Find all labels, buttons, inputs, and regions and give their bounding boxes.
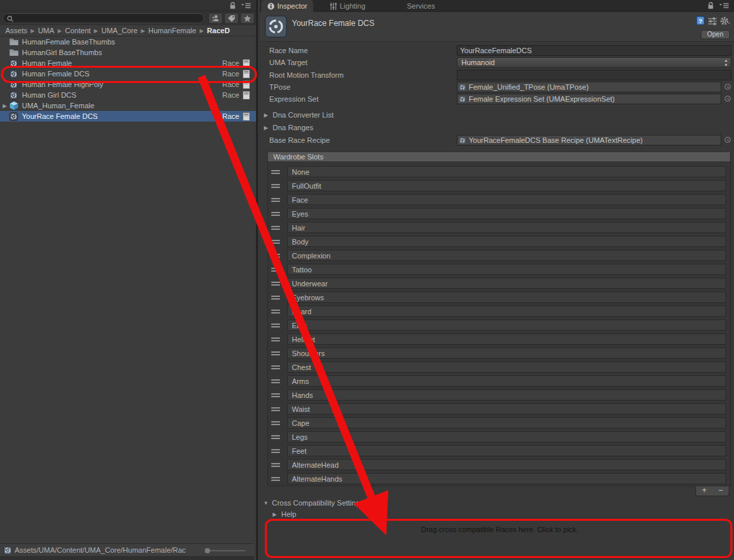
drag-handle-icon[interactable] <box>271 212 280 216</box>
project-list-item[interactable]: Human Girl DCS Race <box>0 90 256 100</box>
project-list-item[interactable]: Human Female DCS Race <box>0 68 256 79</box>
wardrobe-slot-field[interactable]: Waist <box>287 403 726 415</box>
base-race-recipe-object-field[interactable]: YourRaceFemaleDCS Base Recipe (UMATextRe… <box>457 135 721 145</box>
project-list-item[interactable]: Human Female Race <box>0 58 256 68</box>
project-list-item[interactable]: Human Female HighPoly Race <box>0 79 256 90</box>
breadcrumb-item[interactable]: UMA <box>38 27 54 35</box>
breadcrumb-item[interactable]: UMA_Core <box>101 27 137 35</box>
search-by-label-button[interactable] <box>224 13 239 24</box>
window-menu-icon[interactable] <box>241 3 251 9</box>
drag-handle-icon[interactable] <box>271 337 280 341</box>
wardrobe-slot-field[interactable]: Feet <box>287 445 726 456</box>
drag-handle-icon[interactable] <box>271 254 280 258</box>
wardrobe-slot-field[interactable]: Beard <box>287 306 726 317</box>
window-menu-icon[interactable] <box>719 3 729 9</box>
drag-handle-icon[interactable] <box>271 296 280 300</box>
lock-icon[interactable] <box>229 2 236 9</box>
project-list-item[interactable]: HumanGirl BaseThumbs <box>0 47 256 58</box>
gear-icon[interactable] <box>720 17 730 25</box>
wardrobe-slot-field[interactable]: Helmet <box>287 333 726 345</box>
breadcrumb-item[interactable]: HumanFemale <box>148 27 196 35</box>
breadcrumb-item[interactable]: RaceD <box>207 27 229 35</box>
drag-handle-icon[interactable] <box>271 184 280 188</box>
project-list-item[interactable]: HumanFemale BaseThumbs <box>0 37 256 47</box>
drag-handle-icon[interactable] <box>271 379 280 383</box>
drag-handle-icon[interactable] <box>271 310 280 314</box>
add-slot-button[interactable]: + <box>696 486 713 496</box>
slider-knob[interactable] <box>205 548 210 553</box>
drag-handle-icon[interactable] <box>271 240 280 244</box>
drag-handle-icon[interactable] <box>271 477 280 481</box>
wardrobe-slot-field[interactable]: Body <box>287 236 726 247</box>
favorites-button[interactable] <box>240 13 255 24</box>
wardrobe-slot-field[interactable]: Complexion <box>287 250 726 261</box>
drag-handle-icon[interactable] <box>271 435 280 439</box>
uma-target-dropdown[interactable]: Humanoid ▲▼ <box>457 57 731 68</box>
root-motion-input[interactable] <box>457 70 731 80</box>
wardrobe-slot-field[interactable]: FullOutfit <box>287 180 726 191</box>
breadcrumb-item[interactable]: Content <box>65 27 91 35</box>
drag-handle-icon[interactable] <box>271 324 280 327</box>
breadcrumb-item[interactable]: Assets <box>5 27 27 35</box>
wardrobe-slots-list: None FullOutfit Face Eyes Hair Body Comp… <box>267 162 731 486</box>
wardrobe-slot-field[interactable]: Underwear <box>287 278 726 289</box>
race-name-input[interactable]: YourRaceFemaleDCS <box>457 45 731 56</box>
wardrobe-slot-field[interactable]: None <box>287 166 726 177</box>
open-button[interactable]: Open <box>701 30 730 39</box>
wardrobe-slot-field[interactable]: Face <box>287 194 726 205</box>
wardrobe-slot-field[interactable]: AlternateHead <box>287 459 726 470</box>
foldout-dna-ranges[interactable]: ▶ Dna Ranges <box>264 123 313 132</box>
tab-services[interactable]: Services <box>401 0 441 12</box>
search-field[interactable] <box>3 13 204 23</box>
search-by-type-button[interactable] <box>208 13 223 24</box>
drag-handle-icon[interactable] <box>271 365 280 369</box>
drag-handle-icon[interactable] <box>271 407 280 411</box>
foldout-help[interactable]: ▶ Help <box>273 510 297 518</box>
drag-handle-icon[interactable] <box>271 268 280 272</box>
drag-handle-icon[interactable] <box>271 463 280 467</box>
field-label: UMA Target <box>269 58 307 66</box>
thumbnail-size-slider[interactable] <box>205 550 245 551</box>
expand-arrow-icon[interactable]: ▶ <box>1 103 9 109</box>
wardrobe-slot-field[interactable]: Eyebrows <box>287 292 726 303</box>
asset-icon <box>9 69 19 78</box>
drag-handle-icon[interactable] <box>271 351 280 355</box>
presets-icon[interactable] <box>708 17 717 25</box>
wardrobe-slot-field[interactable]: Hands <box>287 389 726 401</box>
wardrobe-slot-row: Cape <box>268 416 730 430</box>
object-picker-icon[interactable] <box>725 84 731 90</box>
wardrobe-slot-field[interactable]: AlternateHands <box>287 473 726 484</box>
wardrobe-slot-field[interactable]: Hair <box>287 222 726 233</box>
object-picker-icon[interactable] <box>725 96 731 102</box>
object-picker-icon[interactable] <box>725 137 731 143</box>
drag-handle-icon[interactable] <box>271 282 280 286</box>
wardrobe-slot-field[interactable]: Cape <box>287 417 726 428</box>
wardrobe-slot-field[interactable]: Chest <box>287 361 726 373</box>
tab-lighting[interactable]: Lighting <box>324 0 372 12</box>
foldout-cross-compatibility[interactable]: ▼ Cross Compatibility Settings <box>263 499 364 507</box>
cross-compatible-races-drop-area[interactable]: Drag cross compatible Races here. Click … <box>267 520 732 557</box>
search-input[interactable] <box>18 15 199 22</box>
drag-handle-icon[interactable] <box>271 170 280 174</box>
drag-handle-icon[interactable] <box>271 393 280 397</box>
remove-slot-button[interactable]: − <box>713 486 729 496</box>
wardrobe-slot-field[interactable]: Ears <box>287 320 726 331</box>
expression-set-object-field[interactable]: Female Expression Set (UMAExpressionSet) <box>457 94 721 104</box>
project-list-item[interactable]: YourRace Female DCS Race <box>0 111 256 122</box>
wardrobe-slot-field[interactable]: Legs <box>287 431 726 442</box>
help-icon[interactable]: ? <box>696 16 705 25</box>
tab-inspector[interactable]: Inspector <box>261 0 313 12</box>
wardrobe-slot-field[interactable]: Tattoo <box>287 264 726 275</box>
breadcrumb-separator-icon: ▶ <box>141 28 145 34</box>
drag-handle-icon[interactable] <box>271 449 280 453</box>
drag-handle-icon[interactable] <box>271 226 280 230</box>
drag-handle-icon[interactable] <box>271 421 280 425</box>
lock-icon[interactable] <box>707 2 714 9</box>
project-list-item[interactable]: ▶ UMA_Human_Female <box>0 100 256 111</box>
tpose-object-field[interactable]: Female_Unified_TPose (UmaTPose) <box>457 82 721 92</box>
wardrobe-slot-field[interactable]: Eyes <box>287 208 726 219</box>
foldout-dna-converter-list[interactable]: ▶ Dna Converter List <box>264 110 334 120</box>
wardrobe-slot-field[interactable]: Shoulders <box>287 347 726 359</box>
wardrobe-slot-field[interactable]: Arms <box>287 375 726 387</box>
drag-handle-icon[interactable] <box>271 198 280 202</box>
